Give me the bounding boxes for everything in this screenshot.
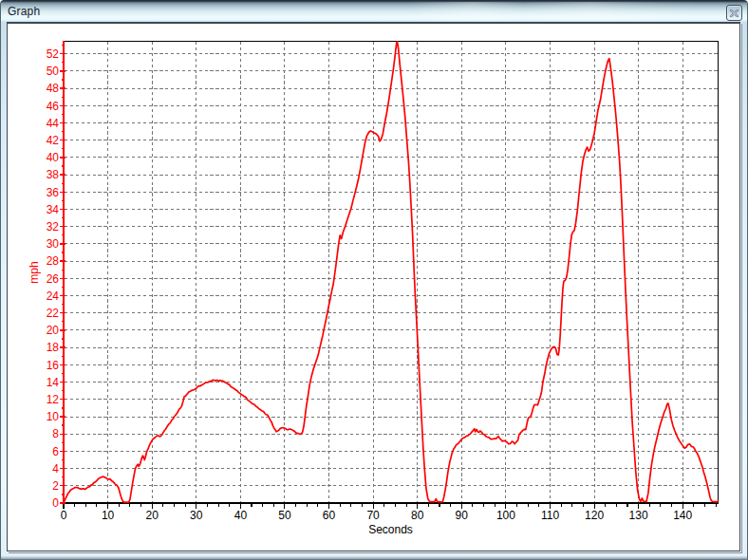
svg-text:46: 46 — [47, 100, 60, 113]
svg-text:80: 80 — [411, 509, 424, 522]
svg-text:14: 14 — [47, 376, 60, 389]
svg-text:2: 2 — [52, 479, 59, 493]
svg-text:4: 4 — [52, 462, 59, 476]
svg-text:52: 52 — [47, 47, 60, 61]
svg-text:120: 120 — [585, 509, 604, 522]
svg-text:30: 30 — [47, 237, 60, 251]
svg-text:44: 44 — [47, 117, 60, 130]
svg-text:38: 38 — [47, 168, 60, 181]
svg-text:30: 30 — [190, 509, 203, 522]
svg-text:140: 140 — [673, 509, 692, 522]
svg-text:42: 42 — [47, 134, 60, 147]
svg-text:100: 100 — [496, 509, 515, 522]
svg-text:22: 22 — [47, 307, 60, 320]
svg-text:60: 60 — [323, 509, 336, 522]
svg-text:10: 10 — [47, 410, 60, 423]
svg-text:32: 32 — [47, 220, 60, 233]
svg-text:90: 90 — [456, 509, 469, 522]
svg-text:34: 34 — [47, 203, 60, 216]
svg-text:36: 36 — [47, 186, 60, 199]
svg-text:8: 8 — [52, 427, 59, 440]
svg-text:70: 70 — [366, 509, 380, 522]
svg-text:26: 26 — [47, 272, 60, 286]
svg-text:10: 10 — [102, 509, 115, 522]
svg-text:mph: mph — [28, 261, 41, 283]
svg-text:130: 130 — [629, 509, 648, 522]
svg-text:50: 50 — [278, 509, 291, 522]
svg-text:24: 24 — [47, 289, 60, 303]
svg-text:20: 20 — [146, 509, 159, 522]
svg-text:12: 12 — [47, 393, 60, 406]
svg-text:110: 110 — [541, 509, 559, 522]
svg-text:28: 28 — [47, 254, 60, 268]
svg-text:50: 50 — [47, 65, 60, 78]
svg-text:20: 20 — [47, 324, 60, 337]
svg-text:16: 16 — [47, 359, 60, 372]
svg-text:40: 40 — [234, 509, 248, 522]
svg-text:Seconds: Seconds — [368, 523, 413, 536]
svg-text:18: 18 — [47, 341, 60, 354]
svg-text:6: 6 — [52, 445, 59, 458]
svg-text:0: 0 — [61, 509, 67, 522]
svg-text:40: 40 — [47, 151, 60, 164]
svg-text:0: 0 — [52, 496, 59, 510]
svg-text:48: 48 — [47, 82, 60, 95]
